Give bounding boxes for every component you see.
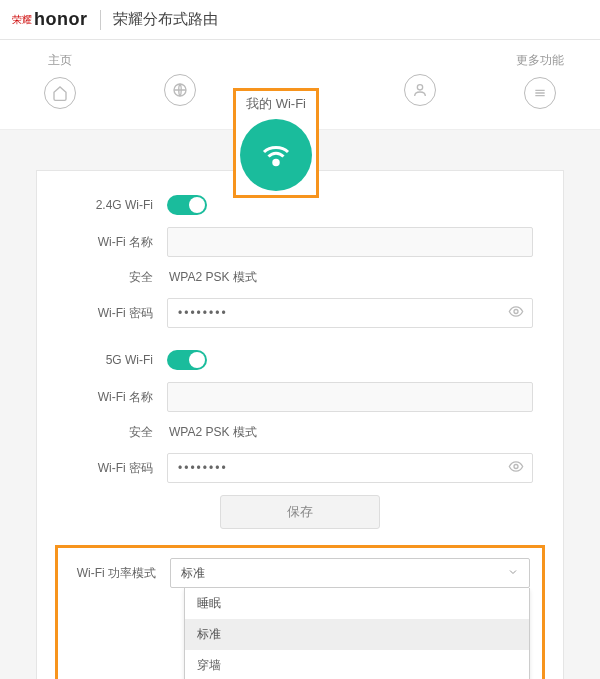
label-24g-password: Wi-Fi 密码 — [67, 305, 167, 322]
nav-more-label: 更多功能 — [516, 52, 564, 69]
value-5g-security: WPA2 PSK 模式 — [167, 424, 257, 441]
settings-card: 2.4G Wi-Fi Wi-Fi 名称 安全 WPA2 PSK 模式 Wi-Fi… — [36, 170, 564, 679]
row-5g-toggle: 5G Wi-Fi — [67, 350, 533, 370]
svg-point-3 — [514, 310, 518, 314]
toggle-5g[interactable] — [167, 350, 207, 370]
power-mode-dropdown: 睡眠 标准 穿墙 — [184, 588, 530, 679]
nav-internet[interactable] — [140, 52, 220, 106]
row-24g-toggle: 2.4G Wi-Fi — [67, 195, 533, 215]
main-nav: 主页 更多功能 我的 Wi-Fi — [0, 40, 600, 130]
wifi-icon[interactable] — [240, 119, 312, 191]
label-5g-name: Wi-Fi 名称 — [67, 389, 167, 406]
label-5g: 5G Wi-Fi — [67, 353, 167, 367]
user-icon — [404, 74, 436, 106]
save-button[interactable]: 保存 — [220, 495, 380, 529]
eye-icon[interactable] — [508, 459, 524, 478]
label-5g-password: Wi-Fi 密码 — [67, 460, 167, 477]
row-5g-security: 安全 WPA2 PSK 模式 — [67, 424, 533, 441]
input-24g-password-value: •••••••• — [178, 306, 228, 320]
svg-point-2 — [274, 160, 279, 165]
home-icon — [44, 77, 76, 109]
nav-wifi-active-highlight: 我的 Wi-Fi — [233, 88, 319, 198]
row-24g-name: Wi-Fi 名称 — [67, 227, 533, 257]
toggle-24g[interactable] — [167, 195, 207, 215]
chevron-down-icon — [507, 566, 519, 581]
input-5g-password-value: •••••••• — [178, 461, 228, 475]
svg-point-4 — [514, 465, 518, 469]
input-5g-password[interactable]: •••••••• — [167, 453, 533, 483]
row-24g-password: Wi-Fi 密码 •••••••• — [67, 298, 533, 328]
svg-point-1 — [417, 85, 422, 90]
nav-home-label: 主页 — [48, 52, 72, 69]
row-5g-name: Wi-Fi 名称 — [67, 382, 533, 412]
eye-icon[interactable] — [508, 304, 524, 323]
power-option-through-wall[interactable]: 穿墙 — [185, 650, 529, 679]
nav-more[interactable]: 更多功能 — [500, 52, 580, 109]
nav-wifi-label: 我的 Wi-Fi — [240, 95, 312, 113]
header-divider — [100, 10, 101, 30]
product-title: 荣耀分布式路由 — [113, 10, 218, 29]
label-power-mode: Wi-Fi 功率模式 — [70, 565, 170, 582]
row-5g-password: Wi-Fi 密码 •••••••• — [67, 453, 533, 483]
label-24g-security: 安全 — [67, 269, 167, 286]
label-24g: 2.4G Wi-Fi — [67, 198, 167, 212]
select-power-mode-value: 标准 — [181, 565, 205, 582]
value-24g-security: WPA2 PSK 模式 — [167, 269, 257, 286]
row-power-mode: Wi-Fi 功率模式 标准 — [70, 558, 530, 588]
label-24g-name: Wi-Fi 名称 — [67, 234, 167, 251]
row-24g-security: 安全 WPA2 PSK 模式 — [67, 269, 533, 286]
label-5g-security: 安全 — [67, 424, 167, 441]
input-24g-name[interactable] — [167, 227, 533, 257]
app-header: 荣耀 honor 荣耀分布式路由 — [0, 0, 600, 40]
menu-icon — [524, 77, 556, 109]
power-option-standard[interactable]: 标准 — [185, 619, 529, 650]
select-power-mode[interactable]: 标准 — [170, 558, 530, 588]
brand-prefix: 荣耀 — [12, 13, 32, 27]
nav-user[interactable] — [380, 52, 460, 106]
nav-internet-label — [178, 52, 181, 66]
nav-home[interactable]: 主页 — [20, 52, 100, 109]
power-option-sleep[interactable]: 睡眠 — [185, 588, 529, 619]
globe-icon — [164, 74, 196, 106]
nav-user-label — [418, 52, 421, 66]
input-5g-name[interactable] — [167, 382, 533, 412]
power-mode-highlight: Wi-Fi 功率模式 标准 睡眠 标准 穿墙 — [55, 545, 545, 679]
input-24g-password[interactable]: •••••••• — [167, 298, 533, 328]
brand-logo: honor — [34, 9, 88, 30]
